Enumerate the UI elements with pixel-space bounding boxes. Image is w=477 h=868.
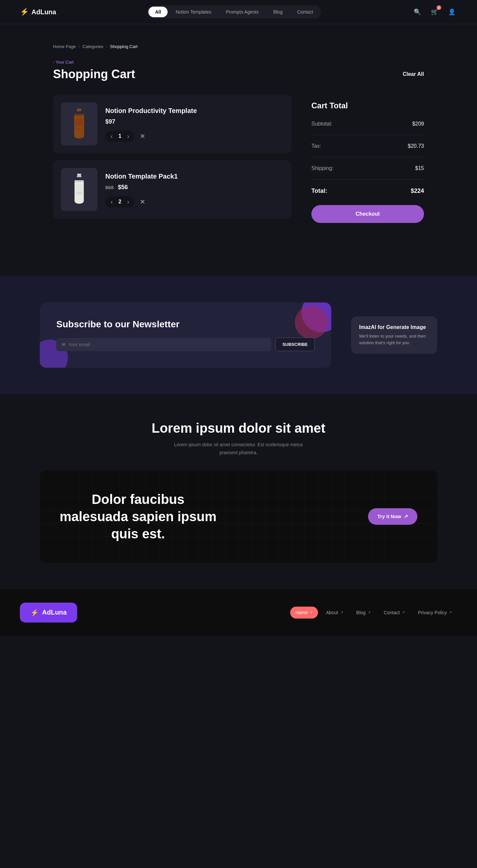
svg-rect-4 <box>77 174 81 176</box>
search-icon-button[interactable]: 🔍 <box>412 7 423 17</box>
clear-all-button[interactable]: Clear All <box>403 71 424 77</box>
item-1-increment[interactable]: › <box>127 133 129 139</box>
cart-icon-button[interactable]: 🛒 2 <box>429 7 440 17</box>
promo-desc: We'll listen to your needs, and then sol… <box>359 333 429 346</box>
cart-item-1: Ladies Notion Productivity Template $97 … <box>53 94 291 153</box>
divider-2 <box>311 157 424 157</box>
total-row: Total: $224 <box>311 187 424 194</box>
cart-items-list: Ladies Notion Productivity Template $97 … <box>53 94 291 219</box>
svg-rect-5 <box>77 176 82 177</box>
cart-total-box: Cart Total Subtotal: $209 Tax: $20.73 Sh… <box>311 94 424 229</box>
try-it-now-button[interactable]: Try it Now ↗ <box>368 508 417 525</box>
subtotal-row: Subtotal: $209 <box>311 121 424 127</box>
footer-logo-icon: ⚡ <box>30 609 39 617</box>
email-input-wrap: ✉ <box>56 338 271 351</box>
divider-3 <box>311 179 424 180</box>
user-icon-button[interactable]: 👤 <box>447 7 457 17</box>
tax-label: Tax: <box>311 143 321 149</box>
tax-value: $20.73 <box>408 143 424 149</box>
your-cart-label: - Your Cart <box>53 60 424 65</box>
main-content: Home Page › Categories › Shopping Cart -… <box>40 24 437 249</box>
breadcrumb-sep-2: › <box>106 44 107 49</box>
email-input[interactable] <box>68 342 266 347</box>
item-2-decrement[interactable]: ‹ <box>110 199 113 205</box>
cart-item-2: Ladies Notion Template Pack1 $68 $56 ‹ 2 <box>53 160 291 219</box>
item-2-price-row: $68 $56 <box>105 184 284 191</box>
total-label: Total: <box>311 187 327 194</box>
cart-total-title: Cart Total <box>311 101 424 110</box>
footer-nav-contact[interactable]: Contact ↗ <box>379 607 410 619</box>
footer-nav-home[interactable]: Home ↗ <box>290 607 318 619</box>
nav-tabs: All Notion Templates Prompts Agents Blog… <box>147 5 321 19</box>
nav-tab-prompts[interactable]: Prompts Agents <box>219 7 265 17</box>
checkout-button[interactable]: Checkout <box>311 205 424 223</box>
nav-tab-contact[interactable]: Contact <box>290 7 320 17</box>
bottle-2-svg: Ladies <box>71 173 88 206</box>
nav-tab-notion-templates[interactable]: Notion Templates <box>169 7 218 17</box>
shipping-value: $15 <box>415 165 424 171</box>
subscribe-button[interactable]: SUBSCRIBE <box>275 338 315 351</box>
item-1-remove[interactable]: ✕ <box>140 133 146 140</box>
promo-card: ImazAI for Generate Image We'll listen t… <box>351 316 437 354</box>
cart-layout: Ladies Notion Productivity Template $97 … <box>53 94 424 229</box>
divider-1 <box>311 135 424 135</box>
total-value: $224 <box>411 187 424 194</box>
newsletter-promo: ImazAI for Generate Image We'll listen t… <box>351 316 437 354</box>
breadcrumb-current: Shopping Cart <box>110 44 137 49</box>
item-1-price: $97 <box>105 118 284 125</box>
breadcrumb-home[interactable]: Home Page <box>53 44 76 49</box>
brand-logo[interactable]: ⚡ AdLuna <box>20 8 56 16</box>
svg-rect-6 <box>74 180 84 182</box>
footer-nav-blog[interactable]: Blog ↗ <box>351 607 376 619</box>
item-1-qty-row: ‹ 1 › ✕ <box>105 130 284 142</box>
tax-row: Tax: $20.73 <box>311 143 424 149</box>
footer-nav-home-label: Home <box>295 610 308 615</box>
footer-nav-about-label: About <box>326 610 338 615</box>
dolor-line1: Dolor faucibus <box>92 492 185 506</box>
item-2-price: $56 <box>118 184 128 190</box>
subtotal-value: $209 <box>412 121 424 127</box>
navbar: ⚡ AdLuna All Notion Templates Prompts Ag… <box>0 0 477 24</box>
dark-grid-card: Dolor faucibus malesuada sapien ipsum qu… <box>40 470 437 563</box>
item-2-price-original: $68 <box>105 185 114 190</box>
footer-nav-privacy-arrow: ↗ <box>449 610 452 615</box>
newsletter-inner: Subscribe to our Newsletter ✉ SUBSCRIBE … <box>40 303 437 368</box>
email-icon: ✉ <box>62 342 66 347</box>
svg-rect-8 <box>75 185 83 195</box>
item-1-decrement[interactable]: ‹ <box>110 133 113 139</box>
brand-name: AdLuna <box>31 8 56 16</box>
item-1-qty-controls: ‹ 1 › <box>105 130 134 142</box>
lorem-subtitle: Lorem ipsum dolor sit amet consectetur. … <box>172 441 305 457</box>
nav-tab-all[interactable]: All <box>149 7 168 17</box>
lorem-section: Lorem ipsum dolor sit amet Lorem ipsum d… <box>0 394 477 589</box>
breadcrumb-categories[interactable]: Categories <box>83 44 103 49</box>
item-2-image: Ladies <box>61 168 97 211</box>
nav-icons: 🔍 🛒 2 👤 <box>412 7 457 17</box>
dolor-line2: malesuada sapien ipsum <box>60 509 217 524</box>
item-2-increment[interactable]: › <box>127 199 129 205</box>
newsletter-title: Subscribe to our Newsletter <box>56 319 315 330</box>
item-1-details: Notion Productivity Template $97 ‹ 1 › ✕ <box>105 106 284 142</box>
item-2-qty-controls: ‹ 2 › <box>105 196 134 207</box>
nav-tab-blog[interactable]: Blog <box>267 7 289 17</box>
item-2-qty-row: ‹ 2 › ✕ <box>105 196 284 207</box>
footer-nav-blog-label: Blog <box>356 610 366 615</box>
logo-icon: ⚡ <box>20 8 29 16</box>
footer-nav-home-arrow: ↗ <box>310 610 313 615</box>
newsletter-form: ✉ SUBSCRIBE <box>56 338 315 351</box>
footer-nav-privacy[interactable]: Privacy Policy ↗ <box>413 607 457 619</box>
subtotal-label: Subtotal: <box>311 121 332 127</box>
footer-logo-text: AdLuna <box>42 609 67 616</box>
page-title-row: Shopping Cart Clear All <box>53 67 424 81</box>
footer-logo-button[interactable]: ⚡ AdLuna <box>20 602 77 622</box>
item-2-qty: 2 <box>117 199 123 205</box>
footer-nav-about[interactable]: About ↗ <box>321 607 348 619</box>
try-btn-label: Try it Now <box>377 514 401 519</box>
item-2-remove[interactable]: ✕ <box>140 198 146 205</box>
footer-nav-contact-label: Contact <box>384 610 400 615</box>
footer-nav-contact-arrow: ↗ <box>402 610 405 615</box>
svg-rect-0 <box>77 108 82 111</box>
footer-nav: Home ↗ About ↗ Blog ↗ Contact ↗ Privacy … <box>290 607 457 619</box>
promo-title: ImazAI for Generate Image <box>359 324 429 330</box>
newsletter-card: Subscribe to our Newsletter ✉ SUBSCRIBE <box>40 303 331 368</box>
